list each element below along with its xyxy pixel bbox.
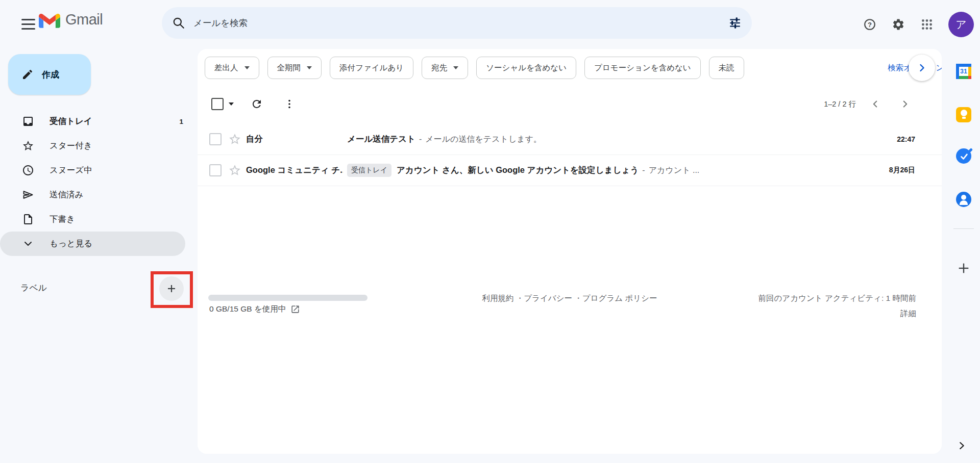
open-in-new-icon[interactable]: [290, 304, 300, 314]
sidebar-item-more[interactable]: もっと見る: [0, 232, 185, 256]
sidebar-item-starred[interactable]: スター付き: [0, 134, 185, 158]
gmail-app: Gmail ?: [0, 0, 980, 463]
refresh-button[interactable]: [245, 92, 268, 116]
email-content: 受信トレイ アカウント さん、新しい Google アカウントを設定しましょう …: [347, 164, 881, 177]
email-time: 8月26日: [889, 166, 915, 175]
star-icon[interactable]: [228, 133, 241, 146]
chip-unread[interactable]: 未読: [709, 57, 744, 79]
activity-details-link[interactable]: 詳細: [900, 308, 916, 319]
email-sender: 自分: [246, 134, 343, 145]
gmail-logo-text: Gmail: [65, 11, 103, 28]
last-account-activity: 前回のアカウント アクティビティ: 1 時間前: [758, 293, 916, 304]
compose-button[interactable]: 作成: [8, 54, 91, 95]
send-icon: [22, 188, 35, 201]
legal-links-text[interactable]: 利用規約 ・プライバシー ・プログラム ポリシー: [482, 294, 657, 302]
help-icon: ?: [863, 18, 876, 31]
chips-scroll-right-button[interactable]: [909, 55, 935, 81]
draft-icon: [22, 213, 35, 226]
help-button[interactable]: ?: [857, 12, 882, 37]
calendar-button[interactable]: 31: [952, 60, 975, 83]
sidebar-item-label: 送信済み: [50, 189, 83, 200]
search-button[interactable]: [166, 10, 191, 36]
chip-to[interactable]: 宛先: [422, 57, 468, 79]
email-checkbox[interactable]: [209, 133, 222, 145]
email-checkbox[interactable]: [209, 164, 222, 176]
email-list: 自分 メール送信テスト - メールの送信をテストします。 22:47 Googl…: [198, 124, 942, 186]
chip-from[interactable]: 差出人: [205, 57, 259, 79]
chevron-right-icon: [899, 98, 911, 110]
email-content: メール送信テスト - メールの送信をテストします。: [347, 134, 889, 145]
hamburger-icon: [21, 19, 35, 30]
email-row[interactable]: 自分 メール送信テスト - メールの送信をテストします。 22:47: [198, 124, 942, 155]
clock-icon: [22, 164, 35, 177]
chevron-down-icon: [307, 66, 312, 69]
email-sender: Google コミュニティ チ...: [246, 165, 343, 176]
google-keep-icon: [956, 107, 971, 122]
pagination-range: 1–2 / 2 行: [824, 99, 856, 109]
sidebar-item-snoozed[interactable]: スヌーズ中: [0, 158, 185, 183]
chip-label: ソーシャルを含めない: [486, 63, 567, 73]
search-icon: [172, 16, 185, 30]
keep-button[interactable]: [952, 104, 975, 126]
sidebar-item-label: 受信トレイ: [50, 116, 92, 127]
chip-exclude-social[interactable]: ソーシャルを含めない: [476, 57, 576, 79]
apps-grid-icon: [920, 18, 934, 31]
tune-icon: [728, 16, 742, 30]
chip-label: 添付ファイルあり: [339, 63, 404, 73]
get-add-ons-button[interactable]: [952, 257, 975, 279]
sidebar-item-label: 下書き: [50, 214, 75, 225]
chevron-down-icon: [244, 66, 250, 69]
select-all-checkbox[interactable]: [211, 98, 224, 110]
email-snippet: メールの送信をテストします。: [425, 134, 542, 145]
chevron-down-icon: [453, 66, 458, 69]
account-avatar[interactable]: ア: [948, 12, 974, 37]
chip-date[interactable]: 全期間: [267, 57, 322, 79]
main-menu-button[interactable]: [14, 10, 42, 38]
email-subject: メール送信テスト: [347, 134, 415, 145]
storage-usage-text[interactable]: 0 GB/15 GB を使用中: [209, 304, 286, 315]
sidebar-item-label: スター付き: [50, 140, 92, 151]
chip-label: 差出人: [214, 63, 238, 73]
tasks-button[interactable]: [952, 145, 975, 167]
chevron-right-icon: [956, 440, 967, 451]
star-icon[interactable]: [228, 164, 241, 177]
header: Gmail ?: [0, 0, 980, 49]
star-icon: [22, 139, 35, 152]
plus-icon: [165, 282, 178, 295]
more-vert-icon: [283, 98, 296, 110]
chip-exclude-promotions[interactable]: プロモーションを含めない: [584, 57, 701, 79]
gmail-logo[interactable]: Gmail: [39, 11, 103, 28]
hide-side-panel-button[interactable]: [950, 434, 973, 457]
newer-page-button[interactable]: [865, 94, 886, 114]
select-dropdown-icon[interactable]: [229, 102, 234, 106]
svg-text:?: ?: [868, 21, 872, 29]
chip-has-attachment[interactable]: 添付ファイルあり: [330, 57, 413, 79]
inbox-icon: [22, 115, 35, 128]
search-filter-button[interactable]: [722, 10, 748, 36]
refresh-icon: [251, 98, 263, 110]
subject-snippet-separator: -: [642, 166, 645, 175]
email-snippet: アカウント ...: [649, 165, 700, 176]
sidebar-nav: 受信トレイ 1 スター付き スヌーズ中 送信済み: [0, 109, 191, 256]
sidebar-item-sent[interactable]: 送信済み: [0, 183, 185, 207]
search-bar: [162, 7, 752, 39]
more-options-button[interactable]: [278, 92, 301, 116]
email-time: 22:47: [897, 135, 915, 143]
create-label-button[interactable]: [159, 276, 184, 301]
gmail-m-icon: [39, 12, 60, 28]
chevron-right-icon: [916, 62, 928, 74]
storage-usage: 0 GB/15 GB を使用中: [209, 304, 300, 315]
chevron-down-icon: [22, 237, 35, 250]
sidebar-item-drafts[interactable]: 下書き: [0, 207, 185, 232]
search-input[interactable]: [191, 18, 722, 29]
google-apps-button[interactable]: [915, 12, 939, 37]
contacts-button[interactable]: [952, 188, 975, 211]
subject-snippet-separator: -: [419, 135, 422, 144]
pagination: 1–2 / 2 行: [824, 94, 915, 114]
settings-button[interactable]: [886, 12, 911, 37]
older-page-button[interactable]: [895, 94, 915, 114]
sidebar-item-inbox[interactable]: 受信トレイ 1: [0, 109, 185, 134]
side-panel-rail: 31: [947, 49, 980, 463]
email-row[interactable]: Google コミュニティ チ... 受信トレイ アカウント さん、新しい Go…: [198, 155, 942, 186]
mail-panel: 差出人 全期間 添付ファイルあり 宛先 ソーシャルを含めない プロモーションを含…: [198, 49, 942, 454]
